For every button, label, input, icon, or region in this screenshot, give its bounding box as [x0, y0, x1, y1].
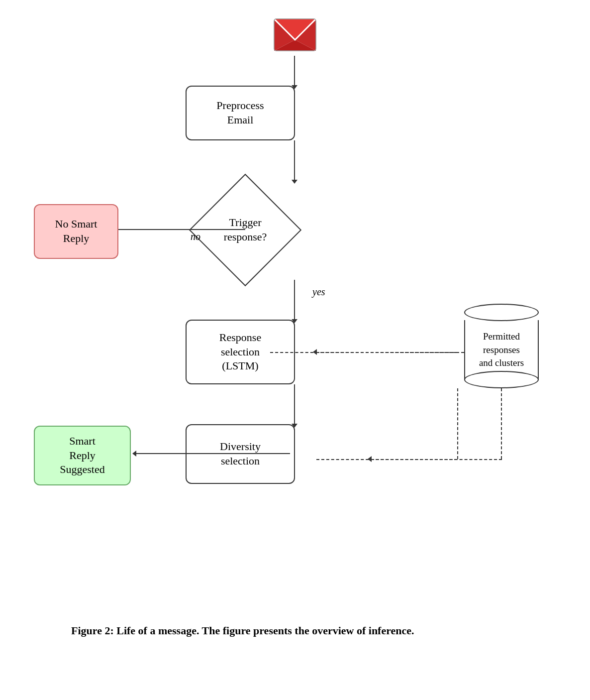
- arrow-gmail-to-preprocess: [294, 56, 295, 86]
- preprocess-label: Preprocess Email: [216, 99, 264, 127]
- diversity-selection-box: Diversity selection: [186, 424, 295, 484]
- figure-caption: Figure 2: Life of a message. The figure …: [71, 622, 519, 639]
- diagram: Preprocess Email Triggerresponse? no No …: [21, 15, 569, 612]
- smart-reply-suggested-label: Smart Reply Suggested: [60, 434, 104, 477]
- arrow-diversity-to-smart-reply: [136, 453, 290, 454]
- dashed-line-response-to-permitted: [316, 352, 457, 353]
- preprocess-email-box: Preprocess Email: [186, 86, 295, 140]
- no-label: no: [191, 231, 200, 242]
- smart-reply-suggested-box: Smart Reply Suggested: [34, 426, 131, 485]
- trigger-diamond-container: Triggerresponse?: [196, 180, 295, 280]
- yes-label: yes: [312, 286, 325, 298]
- permitted-responses-cylinder: Permittedresponsesand clusters: [464, 304, 539, 388]
- arrow-trigger-to-response: [294, 280, 295, 320]
- diversity-selection-label: Diversity selection: [220, 440, 261, 468]
- gmail-icon: [273, 15, 317, 55]
- dashed-line-vertical-permitted: [501, 388, 502, 459]
- dashed-line-v2: [457, 388, 458, 459]
- arrow-response-to-diversity: [294, 384, 295, 424]
- dashed-arrowhead-2: [368, 456, 372, 462]
- arrow-trigger-to-no-reply: [98, 229, 245, 230]
- arrow-preprocess-to-trigger: [294, 140, 295, 180]
- dashed-arrowhead-1: [313, 349, 317, 355]
- dashed-line-h2: [371, 459, 457, 460]
- no-smart-reply-label: No Smart Reply: [55, 217, 98, 245]
- trigger-label: Triggerresponse?: [224, 216, 267, 244]
- permitted-responses-label: Permittedresponsesand clusters: [469, 330, 534, 370]
- response-selection-label: Response selection (LSTM): [219, 331, 261, 373]
- no-smart-reply-box: No Smart Reply: [34, 204, 118, 259]
